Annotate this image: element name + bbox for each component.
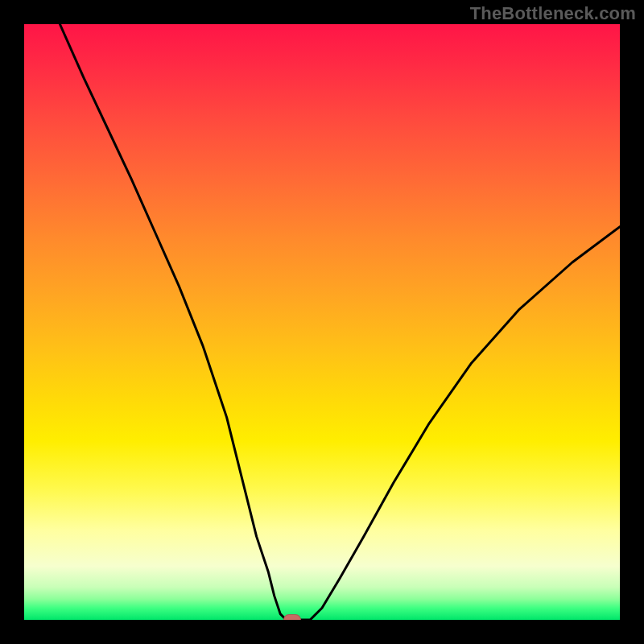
curve-svg xyxy=(24,24,620,620)
watermark-text: TheBottleneck.com xyxy=(470,3,636,24)
min-marker xyxy=(283,614,301,620)
chart-frame: TheBottleneck.com xyxy=(0,0,644,644)
curve-path xyxy=(60,24,620,620)
plot-area xyxy=(24,24,620,620)
